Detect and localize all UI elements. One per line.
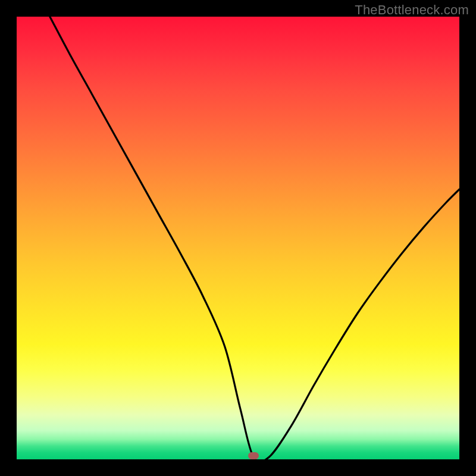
watermark-text: TheBottleneck.com xyxy=(355,2,469,18)
optimal-point-marker xyxy=(248,452,259,459)
bottleneck-curve xyxy=(17,17,459,459)
plot-area xyxy=(17,17,459,459)
chart-frame: TheBottleneck.com xyxy=(0,0,476,476)
